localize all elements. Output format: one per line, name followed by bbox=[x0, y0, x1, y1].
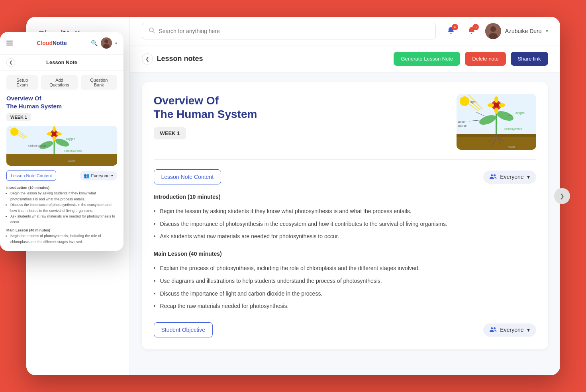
header: 4 6 Azubuike Duru ▾ bbox=[130, 17, 560, 45]
svg-rect-47 bbox=[6, 154, 117, 166]
right-arrow-button[interactable]: ❯ bbox=[554, 188, 570, 204]
notification-btn-1[interactable]: 4 bbox=[444, 24, 458, 38]
svg-point-57 bbox=[53, 126, 56, 132]
search-icon bbox=[149, 27, 155, 35]
svg-point-44 bbox=[104, 39, 108, 43]
svg-point-9 bbox=[471, 33, 472, 34]
mobile-lesson-content-tab[interactable]: Lesson Note Content bbox=[6, 171, 56, 181]
mobile-audience-selector[interactable]: 👥 Everyone ▾ bbox=[80, 171, 117, 180]
mobile-lesson-text: Introduction (10 minutes) Begin the less… bbox=[6, 185, 117, 251]
svg-point-26 bbox=[494, 108, 498, 114]
mobile-search-icon[interactable]: 🔍 bbox=[91, 40, 98, 46]
hamburger-icon[interactable] bbox=[6, 41, 13, 45]
intro-bullet-2: Discuss the importance of photosynthesis… bbox=[154, 218, 536, 231]
notification-badge-2: 6 bbox=[472, 24, 479, 30]
svg-point-56 bbox=[52, 131, 57, 136]
notification-btn-2[interactable]: 6 bbox=[464, 24, 479, 38]
main-bullets: Explain the process of photosynthesis, i… bbox=[154, 262, 536, 313]
main-bullet-2: Use diagrams and illustrations to help s… bbox=[154, 275, 536, 288]
mobile-intro-heading: Introduction (10 minutes) bbox=[6, 185, 117, 190]
mobile-question-bank-btn[interactable]: Question Bank bbox=[81, 75, 117, 90]
mobile-audience-label: Everyone bbox=[91, 173, 110, 178]
content-area: 4 6 Azubuike Duru ▾ bbox=[130, 17, 560, 375]
mobile-header: CloudNotte 🔍 ▾ bbox=[0, 32, 123, 55]
intro-bullet-3: Ask students what raw materials are need… bbox=[154, 230, 536, 243]
svg-text:water: water bbox=[68, 159, 75, 162]
generate-lesson-note-button[interactable]: Generate Lesson Note bbox=[394, 52, 460, 66]
search-bar[interactable] bbox=[142, 23, 436, 39]
audience-label-1: Everyone bbox=[500, 174, 523, 180]
svg-point-60 bbox=[56, 132, 62, 135]
mobile-chevron-icon: ▾ bbox=[115, 41, 117, 45]
svg-text:carbohydrates: carbohydrates bbox=[64, 149, 82, 153]
svg-point-19 bbox=[460, 96, 469, 106]
breadcrumb: ❮ Lesson notes bbox=[142, 53, 203, 65]
svg-line-7 bbox=[153, 31, 155, 33]
svg-point-25 bbox=[494, 96, 498, 103]
search-input[interactable] bbox=[159, 28, 429, 34]
mobile-avatar bbox=[101, 37, 112, 49]
svg-text:dioxide: dioxide bbox=[458, 124, 466, 127]
lesson-body: Introduction (10 minutes) Begin the less… bbox=[154, 192, 536, 313]
svg-text:carbon dioxide: carbon dioxide bbox=[28, 144, 47, 147]
mobile-action-buttons: Setup Exam Add Questions Question Bank bbox=[0, 71, 123, 94]
mobile-main-heading: Main Lesson (40 minutes) bbox=[6, 227, 117, 233]
user-profile[interactable]: Azubuike Duru ▾ bbox=[485, 23, 548, 39]
audience-selector-1[interactable]: Everyone ▾ bbox=[483, 171, 536, 184]
lesson-image: light oxygen carbon dioxide carbohydrate… bbox=[457, 94, 536, 150]
lesson-card: Overview Of The Human System WEEK 1 bbox=[142, 82, 548, 349]
people-icon-2 bbox=[490, 327, 497, 333]
mobile-chevron-down: ▾ bbox=[111, 174, 113, 178]
lesson-note-content-tab[interactable]: Lesson Note Content bbox=[154, 169, 221, 184]
page-header: ❮ Lesson notes Generate Lesson Note Dele… bbox=[130, 45, 560, 73]
mobile-nav-title: Lesson Note bbox=[46, 59, 77, 65]
svg-point-27 bbox=[488, 103, 494, 107]
mobile-lesson-title: Overview Of The Human System WEEK 1 bbox=[0, 94, 123, 126]
svg-text:oxygen: oxygen bbox=[66, 137, 75, 141]
mobile-main-bullet-1: Begin the process of photosynthesis, inc… bbox=[10, 233, 117, 245]
svg-point-40 bbox=[494, 174, 496, 176]
svg-point-42 bbox=[494, 327, 496, 329]
photosynthesis-diagram: light oxygen carbon dioxide carbohydrate… bbox=[457, 94, 536, 150]
chevron-down-icon-1: ▾ bbox=[527, 174, 530, 180]
mobile-section-bar: Lesson Note Content 👥 Everyone ▾ bbox=[6, 171, 117, 181]
mobile-back-button[interactable]: ❮ bbox=[6, 58, 15, 67]
svg-point-59 bbox=[47, 132, 52, 135]
svg-point-24 bbox=[494, 102, 499, 108]
chevron-down-icon: ▾ bbox=[546, 28, 548, 34]
mobile-intro-bullet-1: Begin the lesson by asking students if t… bbox=[10, 190, 117, 202]
mobile-add-questions-btn[interactable]: Add Questions bbox=[41, 75, 77, 90]
delete-note-button[interactable]: Delete note bbox=[465, 52, 506, 66]
avatar bbox=[485, 23, 501, 39]
mobile-nav-header: ❮ Lesson Note bbox=[0, 55, 123, 71]
lesson-title-section: Overview Of The Human System WEEK 1 bbox=[154, 94, 257, 139]
mobile-title-line1: Overview Of bbox=[6, 95, 41, 102]
intro-bullets: Begin the lesson by asking students if t… bbox=[154, 205, 536, 243]
share-link-button[interactable]: Share link bbox=[511, 52, 548, 66]
page-title: Lesson notes bbox=[157, 55, 203, 63]
mobile-logo: CloudNotte bbox=[37, 40, 67, 46]
student-objective-header: Student Objective Everyone ▾ bbox=[154, 322, 536, 337]
student-objective-tab[interactable]: Student Objective bbox=[154, 322, 213, 337]
main-bullet-1: Explain the process of photosynthesis, i… bbox=[154, 262, 536, 275]
lesson-content: Overview Of The Human System WEEK 1 bbox=[130, 73, 560, 375]
people-icon-1 bbox=[490, 174, 497, 180]
mobile-intro-bullet-3: Ask students what raw materials are need… bbox=[10, 214, 117, 225]
svg-point-39 bbox=[491, 174, 493, 176]
mobile-card: CloudNotte 🔍 ▾ ❮ Lesson Note Setup Exam … bbox=[0, 32, 123, 251]
action-buttons: Generate Lesson Note Delete note Share l… bbox=[394, 52, 548, 66]
back-button[interactable]: ❮ bbox=[142, 53, 153, 65]
main-bullet-4: Recap the raw materials needed for photo… bbox=[154, 300, 536, 313]
audience-selector-2[interactable]: Everyone ▾ bbox=[483, 323, 536, 337]
mobile-title-line2: The Human System bbox=[6, 103, 62, 110]
mobile-logo-notte: Notte bbox=[53, 40, 67, 46]
week-badge: WEEK 1 bbox=[154, 127, 186, 139]
mobile-setup-exam-btn[interactable]: Setup Exam bbox=[6, 75, 38, 90]
chevron-down-icon-2: ▾ bbox=[527, 327, 530, 333]
header-right: 4 6 Azubuike Duru ▾ bbox=[444, 23, 548, 39]
intro-heading: Introduction (10 minutes) bbox=[154, 192, 536, 202]
svg-text:carbon: carbon bbox=[458, 120, 466, 123]
lesson-title-line1: Overview Of bbox=[154, 94, 219, 107]
svg-text:light: light bbox=[470, 100, 476, 104]
notification-badge-1: 4 bbox=[452, 24, 458, 30]
